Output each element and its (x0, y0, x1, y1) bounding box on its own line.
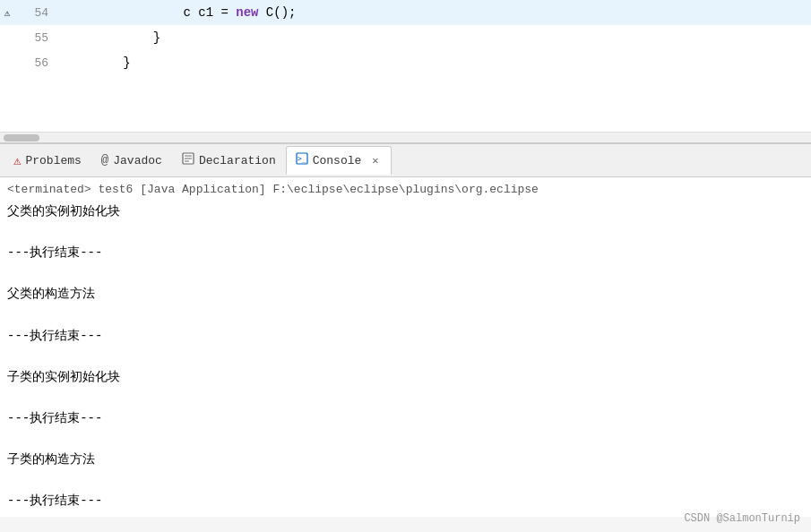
console-panel: <terminated> test6 [Java Application] F:… (0, 177, 811, 517)
console-line-5: 子类的实例初始化块 (7, 367, 804, 388)
console-line-8: ---执行结束--- (7, 491, 804, 511)
bottom-panel: ⚠ Problems @ Javadoc Declaration (0, 143, 811, 532)
tab-bar: ⚠ Problems @ Javadoc Declaration (0, 143, 811, 177)
warning-gutter: ⚠️ (0, 7, 14, 19)
declaration-icon (182, 152, 194, 168)
console-line-7: 子类的构造方法 (7, 450, 804, 470)
close-console-button[interactable]: ✕ (369, 153, 381, 168)
console-line-1: 父类的实例初始化块 (7, 202, 804, 222)
tab-console[interactable]: >_ Console ✕ (286, 146, 392, 175)
watermark: CSDN @SalmonTurnip (684, 512, 800, 525)
editor-section: ⚠️ 54 c c1 = new C(); 55 } 56 } (0, 0, 811, 143)
tab-problems[interactable]: ⚠ Problems (4, 146, 91, 175)
svg-text:>_: >_ (298, 155, 306, 163)
warning-icon: ⚠️ (4, 7, 11, 19)
horizontal-scrollbar[interactable] (0, 132, 811, 142)
tab-declaration-label: Declaration (199, 154, 276, 167)
line-number-56: 56 (14, 56, 59, 70)
console-line-6: ---执行结束--- (7, 408, 804, 429)
tab-console-label: Console (313, 154, 362, 167)
problems-icon: ⚠ (13, 153, 21, 168)
line-number-54: 54 (14, 6, 59, 20)
code-area[interactable]: ⚠️ 54 c c1 = new C(); 55 } 56 } (0, 0, 811, 132)
javadoc-icon: @ (101, 153, 108, 167)
tab-javadoc[interactable]: @ Javadoc (91, 146, 172, 175)
code-text-56: } (123, 56, 130, 70)
console-output: 父类的实例初始化块 ---执行结束--- 父类的构造方法 ---执行结束--- … (7, 202, 804, 511)
console-header: <terminated> test6 [Java Application] F:… (7, 183, 804, 196)
console-line-2: ---执行结束--- (7, 243, 804, 263)
tab-javadoc-label: Javadoc (113, 154, 162, 167)
console-icon: >_ (296, 152, 308, 168)
tab-problems-label: Problems (25, 154, 81, 167)
console-line-4: ---执行结束--- (7, 326, 804, 347)
line-number-55: 55 (14, 31, 59, 45)
tab-declaration[interactable]: Declaration (172, 146, 286, 175)
scrollbar-thumb[interactable] (4, 134, 39, 142)
line-content-56: } (59, 41, 811, 84)
code-line-56: 56 } (0, 50, 811, 75)
bottom-content: <terminated> test6 [Java Application] F:… (0, 177, 811, 532)
console-line-3: 父类的构造方法 (7, 284, 804, 305)
